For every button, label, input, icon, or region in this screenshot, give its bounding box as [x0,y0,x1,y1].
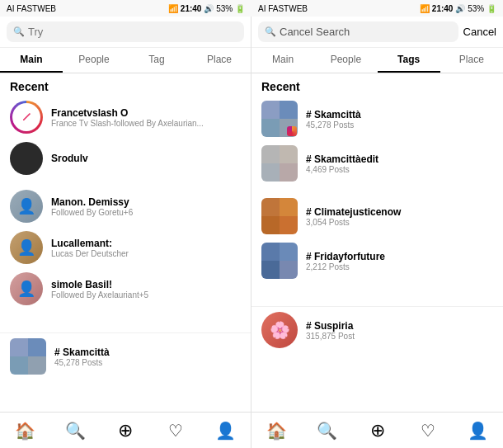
tab-tag-left[interactable]: Tag [125,48,188,73]
nav-profile-left[interactable]: 👤 [200,413,251,448]
tag-info-skamcittaedit: # Skamcittàedit 4,469 Posts [306,153,378,174]
carrier-left: AI FASTWEB [7,4,56,13]
nav-heart-right[interactable]: ♡ [402,413,453,448]
home-icon-right: 🏠 [266,421,287,441]
user-name-srodulv: Srodulv [51,153,241,164]
search-nav-icon-right: 🔍 [317,421,337,441]
tab-people-left[interactable]: People [63,48,125,73]
user-name-francetvslash: Francetvslash O [51,107,241,119]
tab-main-right[interactable]: Main [252,48,314,73]
tag-row-skamcittaedit[interactable]: # Skamcittàedit 4,469 Posts [252,141,503,186]
time-left: 21:40 [181,4,202,13]
left-content: Recent ⟋ Francetvslash O France Tv Slash… [0,73,251,412]
nav-home-right[interactable]: 🏠 [252,413,302,448]
user-info-srodulv: Srodulv [51,153,241,164]
status-bar-left: AI FASTWEB 📶 21:40 🔊 53% 🔋 [0,0,252,17]
avatar-srodulv [10,142,43,175]
user-sub-lucallemant: Lucas Der Deutscher [51,249,241,258]
user-name-manon: Manon. Demissy [51,196,241,208]
user-row-srodulv[interactable]: Srodulv [0,138,251,179]
right-content: Recent # Skamcittà 45,278 Posts [252,73,503,412]
add-icon-right: ⊕ [370,420,385,441]
nav-right-half: 🏠 🔍 ⊕ ♡ 👤 [252,413,503,448]
tag-row-friday[interactable]: # Fridayforfuture 2,212 Posts [252,238,503,283]
tag-avatar-skamcitta [261,101,298,137]
tag-name-bottom-left: # Skamcittà [54,347,110,358]
tag-row-climate[interactable]: # Climatejusticenow 3,054 Posts [252,194,503,238]
search-bar-text: Cancel Search [280,26,350,38]
bottom-tag-left[interactable]: # Skamcittà 45,278 Posts [0,332,251,380]
tag-name-skamcittaedit: # Skamcittàedit [306,153,378,165]
nav-search-left[interactable]: 🔍 [50,413,101,448]
tag-name-skamcitta: # Skamcittà [306,109,361,120]
recent-title-left: Recent [0,73,251,97]
left-panel: 🔍 Main People Tag Place Recent [0,17,252,412]
user-info-lucallemant: Lucallemant: Lucas Der Deutscher [51,238,241,258]
search-icon-right: 🔍 [265,26,276,37]
wifi-icon-right: 📶 [420,4,430,13]
heart-icon-left: ♡ [168,421,183,441]
tab-place-left[interactable]: Place [188,48,251,73]
tag-avatar-climate [261,198,298,234]
nav-search-right[interactable]: 🔍 [302,413,352,448]
tab-tags-right[interactable]: Tags [378,48,440,73]
right-panel: 🔍 Cancel Search Cancel Main People Tags … [252,17,503,412]
tag-info-climate: # Climatejusticenow 3,054 Posts [306,206,401,227]
tag-info-skamcitta: # Skamcittà 45,278 Posts [306,109,361,130]
user-row-basil[interactable]: 👤 simole Basil! Followed By Axelauriant+… [0,268,251,309]
tag-avatar-skamcittaedit [261,145,298,182]
search-icon-left: 🔍 [13,26,25,37]
profile-icon-left: 👤 [215,421,236,441]
nav-left-half: 🏠 🔍 ⊕ ♡ 👤 [0,413,252,448]
search-input-left[interactable] [28,26,237,38]
avatar-francetvslash: ⟋ [10,101,43,134]
nav-heart-left[interactable]: ♡ [150,413,200,448]
search-bar-right: 🔍 Cancel Search Cancel [252,17,503,48]
user-sub-basil: Followed By Axelauriant+5 [51,290,241,299]
avatar-manon: 👤 [10,190,43,223]
tabs-left: Main People Tag Place [0,48,251,73]
tabs-right: Main People Tags Place [252,48,503,73]
tag-info-bottom-left: # Skamcittà 45,278 Posts [54,347,110,367]
nav-add-right[interactable]: ⊕ [352,413,402,448]
heart-icon-right: ♡ [421,421,435,441]
profile-icon-right: 👤 [468,421,488,441]
nav-profile-right[interactable]: 👤 [453,413,503,448]
tag-name-bottom-right: # Suspiria [306,320,355,332]
user-row-francetvslash[interactable]: ⟋ Francetvslash O France Tv Slash-follow… [0,97,251,138]
user-row-lucallemant[interactable]: 👤 Lucallemant: Lucas Der Deutscher [0,227,251,268]
user-sub-francetvslash: France Tv Slash-followed By Axelaurian..… [51,119,241,128]
tab-people-right[interactable]: People [314,48,377,73]
user-info-francetvslash: Francetvslash O France Tv Slash-followed… [51,107,241,128]
carrier-right: AI FASTWEB [258,4,308,13]
bottom-tag-right[interactable]: 🌸 # Suspiria 315,875 Post [252,306,503,353]
tab-main-left[interactable]: Main [0,48,63,73]
tag-row-skamcitta[interactable]: # Skamcittà 45,278 Posts [252,97,503,141]
user-row-manon[interactable]: 👤 Manon. Demissy Followed By Goretu+6 [0,186,251,227]
user-sub-manon: Followed By Goretu+6 [51,208,241,217]
tag-info-friday: # Fridayforfuture 2,212 Posts [306,251,385,271]
tag-avatar-bottom-left [10,338,46,375]
tag-avatar-bottom-right: 🌸 [261,312,298,348]
search-bar-left: 🔍 [0,17,251,48]
time-right: 21:40 [432,4,454,13]
avatar-basil: 👤 [10,272,43,305]
wifi-icon-left: 📶 [168,4,178,13]
user-name-lucallemant: Lucallemant: [51,238,241,249]
search-nav-icon-left: 🔍 [65,421,86,441]
tag-name-climate: # Climatejusticenow [306,206,401,218]
nav-home-left[interactable]: 🏠 [0,413,50,448]
user-info-basil: simole Basil! Followed By Axelauriant+5 [51,279,241,299]
tag-count-climate: 3,054 Posts [306,218,401,227]
tab-place-right[interactable]: Place [440,48,503,73]
status-bar-right: AI FASTWEB 📶 21:40 🔊 53% 🔋 [252,0,503,17]
user-info-manon: Manon. Demissy Followed By Goretu+6 [51,196,241,217]
tag-info-bottom-right: # Suspiria 315,875 Post [306,320,355,341]
nav-add-left[interactable]: ⊕ [101,413,151,448]
tag-count-skamcitta: 45,278 Posts [306,120,361,130]
tag-name-friday: # Fridayforfuture [306,251,385,262]
tag-avatar-friday [261,243,298,279]
battery-left: 🔊 53% 🔋 [204,4,245,13]
avatar-lucallemant: 👤 [10,231,43,264]
cancel-button[interactable]: Cancel [463,26,496,38]
